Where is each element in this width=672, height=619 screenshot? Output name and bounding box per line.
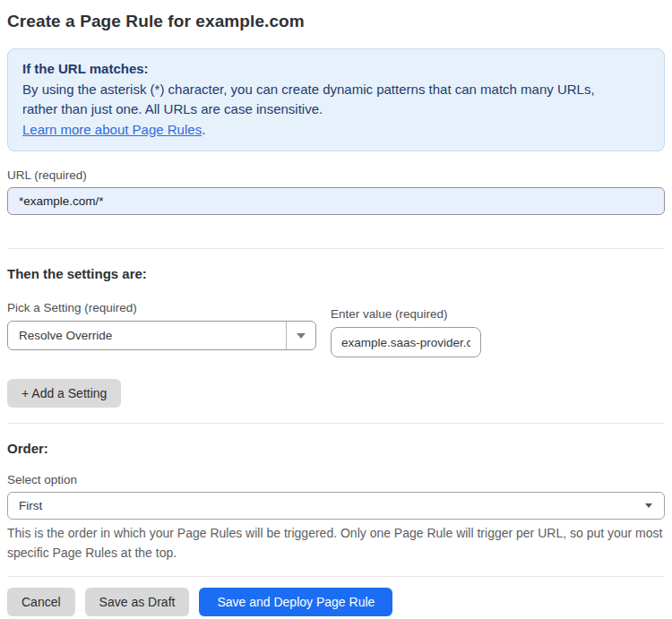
save-and-deploy-button[interactable]: Save and Deploy Page Rule: [199, 588, 392, 616]
divider: [7, 576, 665, 577]
settings-section-heading: Then the settings are:: [7, 266, 665, 281]
cancel-button[interactable]: Cancel: [7, 588, 75, 616]
page-rule-form: Create a Page Rule for example.com If th…: [0, 12, 672, 616]
order-select-arrow: [633, 503, 664, 508]
setting-select[interactable]: Resolve Override: [7, 321, 316, 350]
setting-value-input[interactable]: [331, 327, 481, 357]
link-period: .: [202, 122, 205, 137]
info-box-link-line: Learn more about Page Rules.: [22, 120, 650, 141]
value-field-label: Enter value (required): [331, 307, 481, 321]
url-match-info-box: If the URL matches: By using the asteris…: [7, 48, 665, 151]
chevron-down-icon: [645, 503, 652, 508]
order-select-label: Select option: [7, 473, 665, 486]
order-select[interactable]: First: [7, 492, 665, 520]
order-select-value: First: [8, 499, 633, 512]
setting-value-column: Enter value (required): [331, 307, 481, 357]
save-as-draft-button[interactable]: Save as Draft: [85, 588, 190, 616]
info-box-body: By using the asterisk (*) character, you…: [22, 80, 616, 120]
page-title: Create a Page Rule for example.com: [7, 12, 665, 31]
order-section-heading: Order:: [7, 441, 665, 456]
url-field-label: URL (required): [7, 168, 665, 182]
footer-actions: Cancel Save as Draft Save and Deploy Pag…: [7, 588, 665, 616]
url-input[interactable]: [7, 187, 665, 215]
setting-select-column: Pick a Setting (required) Resolve Overri…: [7, 301, 316, 350]
setting-select-label: Pick a Setting (required): [7, 301, 316, 314]
chevron-down-icon: [297, 333, 306, 339]
setting-select-value: Resolve Override: [8, 322, 286, 349]
divider: [7, 248, 665, 249]
settings-row: Pick a Setting (required) Resolve Overri…: [7, 301, 665, 357]
order-description: This is the order in which your Page Rul…: [7, 524, 665, 563]
add-setting-button[interactable]: + Add a Setting: [7, 379, 121, 408]
learn-more-link[interactable]: Learn more about Page Rules: [22, 122, 202, 137]
setting-select-arrow-button[interactable]: [286, 322, 315, 349]
divider: [7, 423, 665, 424]
info-box-heading: If the URL matches:: [22, 59, 650, 80]
